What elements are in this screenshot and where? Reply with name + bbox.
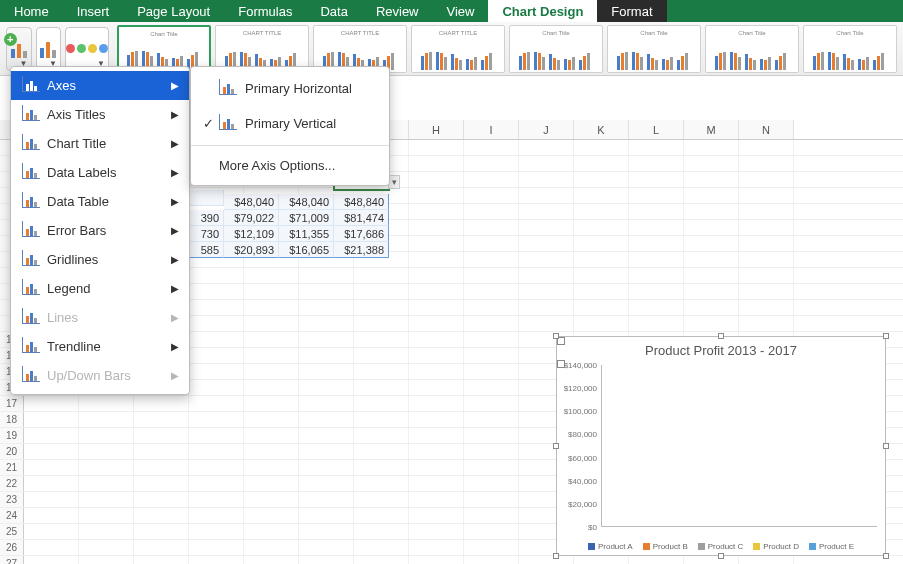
submenu-item-primary-horizontal[interactable]: Primary Horizontal	[191, 71, 389, 106]
cell-A23[interactable]	[24, 492, 79, 507]
cell-I25[interactable]	[464, 524, 519, 539]
embedded-chart[interactable]: Product Profit 2013 - 2017 $0$20,000$40,…	[556, 336, 886, 556]
cell-F20[interactable]	[299, 444, 354, 459]
cell-I3[interactable]	[464, 172, 519, 187]
cell-D9[interactable]	[189, 268, 244, 283]
cell-I22[interactable]	[464, 476, 519, 491]
column-header-K[interactable]: K	[574, 120, 629, 139]
cell-J8[interactable]	[519, 252, 574, 267]
cell-G11[interactable]	[354, 300, 409, 315]
cell-F9[interactable]	[299, 268, 354, 283]
cell-I6[interactable]	[464, 220, 519, 235]
cell-D21[interactable]	[189, 460, 244, 475]
cell-M27[interactable]	[684, 556, 739, 564]
cell-H9[interactable]	[409, 268, 464, 283]
cell-M7[interactable]	[684, 236, 739, 251]
menu-item-data-table[interactable]: Data Table▶	[11, 187, 189, 216]
row-header-21[interactable]: 21	[0, 460, 24, 475]
ribbon-tab-page-layout[interactable]: Page Layout	[123, 0, 224, 22]
cell-G20[interactable]	[354, 444, 409, 459]
menu-item-legend[interactable]: Legend▶	[11, 274, 189, 303]
cell-C23[interactable]	[134, 492, 189, 507]
row-header-25[interactable]: 25	[0, 524, 24, 539]
cell-D18[interactable]	[189, 412, 244, 427]
column-header-M[interactable]: M	[684, 120, 739, 139]
row-header-17[interactable]: 17	[0, 396, 24, 411]
cell-D12[interactable]	[189, 316, 244, 331]
cell-G24[interactable]	[354, 508, 409, 523]
cell-J2[interactable]	[519, 156, 574, 171]
cell-F25[interactable]	[299, 524, 354, 539]
cell-K5[interactable]	[574, 204, 629, 219]
cell-L9[interactable]	[629, 268, 684, 283]
cell-A24[interactable]	[24, 508, 79, 523]
cell-J9[interactable]	[519, 268, 574, 283]
cell-K10[interactable]	[574, 284, 629, 299]
cell-G26[interactable]	[354, 540, 409, 555]
cell-I14[interactable]	[464, 348, 519, 363]
cell-I8[interactable]	[464, 252, 519, 267]
cell-L2[interactable]	[629, 156, 684, 171]
cell-G17[interactable]	[354, 396, 409, 411]
ribbon-tab-review[interactable]: Review	[362, 0, 433, 22]
cell-K27[interactable]	[574, 556, 629, 564]
cell-G18[interactable]	[354, 412, 409, 427]
row-header-23[interactable]: 23	[0, 492, 24, 507]
column-header-L[interactable]: L	[629, 120, 684, 139]
cell-H2[interactable]	[409, 156, 464, 171]
chart-style-4[interactable]: CHART TITLE	[411, 25, 505, 73]
cell-G15[interactable]	[354, 364, 409, 379]
cell-M12[interactable]	[684, 316, 739, 331]
menu-item-chart-title[interactable]: Chart Title▶	[11, 129, 189, 158]
cell-M11[interactable]	[684, 300, 739, 315]
add-chart-element-button[interactable]: + ▼	[6, 27, 32, 71]
menu-item-data-labels[interactable]: Data Labels▶	[11, 158, 189, 187]
cell-H8[interactable]	[409, 252, 464, 267]
cell-H20[interactable]	[409, 444, 464, 459]
cell-D10[interactable]	[189, 284, 244, 299]
cell-F26[interactable]	[299, 540, 354, 555]
cell-L11[interactable]	[629, 300, 684, 315]
cell-F13[interactable]	[299, 332, 354, 347]
cell-F11[interactable]	[299, 300, 354, 315]
cell-I1[interactable]	[464, 140, 519, 155]
chart-style-8[interactable]: Chart Title	[803, 25, 897, 73]
cell-K4[interactable]	[574, 188, 629, 203]
cell-L6[interactable]	[629, 220, 684, 235]
cell-A19[interactable]	[24, 428, 79, 443]
cell-G19[interactable]	[354, 428, 409, 443]
cell-D22[interactable]	[189, 476, 244, 491]
cell-A17[interactable]	[24, 396, 79, 411]
cell-B21[interactable]	[79, 460, 134, 475]
chart-legend[interactable]: Product AProduct BProduct CProduct DProd…	[557, 542, 885, 551]
cell-J10[interactable]	[519, 284, 574, 299]
cell-E11[interactable]	[244, 300, 299, 315]
cell-I10[interactable]	[464, 284, 519, 299]
cell-N5[interactable]	[739, 204, 794, 219]
ribbon-tab-format[interactable]: Format	[597, 0, 666, 22]
cell-N3[interactable]	[739, 172, 794, 187]
cell-F27[interactable]	[299, 556, 354, 564]
cell-G9[interactable]	[354, 268, 409, 283]
cell-I7[interactable]	[464, 236, 519, 251]
cell-H17[interactable]	[409, 396, 464, 411]
cell-E17[interactable]	[244, 396, 299, 411]
cell-H5[interactable]	[409, 204, 464, 219]
cell-H6[interactable]	[409, 220, 464, 235]
cell-I16[interactable]	[464, 380, 519, 395]
cell-B17[interactable]	[79, 396, 134, 411]
cell-I26[interactable]	[464, 540, 519, 555]
cell-I5[interactable]	[464, 204, 519, 219]
cell-E21[interactable]	[244, 460, 299, 475]
cell-C26[interactable]	[134, 540, 189, 555]
cell-G21[interactable]	[354, 460, 409, 475]
cell-N12[interactable]	[739, 316, 794, 331]
cell-G23[interactable]	[354, 492, 409, 507]
cell-E13[interactable]	[244, 332, 299, 347]
cell-L1[interactable]	[629, 140, 684, 155]
cell-B22[interactable]	[79, 476, 134, 491]
cell-G27[interactable]	[354, 556, 409, 564]
cell-I27[interactable]	[464, 556, 519, 564]
cell-H13[interactable]	[409, 332, 464, 347]
menu-item-axis-titles[interactable]: Axis Titles▶	[11, 100, 189, 129]
